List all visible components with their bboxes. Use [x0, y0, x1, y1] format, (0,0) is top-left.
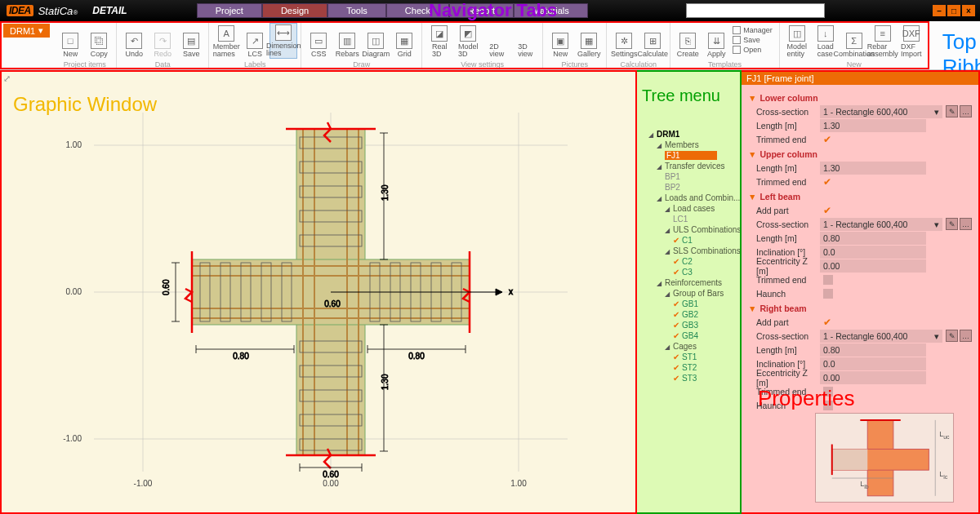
- ribbon-btn-dimension-lines[interactable]: ⟷Dimensionlines: [270, 23, 297, 59]
- tree-reinf[interactable]: ◢Reinforcements: [657, 277, 738, 288]
- expand-icon[interactable]: ⤢: [3, 73, 11, 84]
- prop-edit-btn[interactable]: …: [960, 330, 972, 342]
- ribbon-group-templates: ⎘Create⇊ApplyManagerSaveOpenTemplates: [670, 21, 780, 69]
- ribbon-btn-member-names[interactable]: AMembernames: [212, 23, 240, 59]
- tree-item-FJ1[interactable]: FJ1: [665, 150, 738, 161]
- prop-check[interactable]: ✔: [823, 176, 831, 188]
- tree-cages[interactable]: ◢Cages: [665, 341, 738, 352]
- prop-edit-btn[interactable]: …: [960, 105, 972, 117]
- prop-checkbox[interactable]: [823, 275, 833, 285]
- ribbon-link-save[interactable]: Save: [733, 36, 773, 44]
- nav-tab-design[interactable]: Design: [262, 3, 327, 18]
- ribbon-btn-calculate[interactable]: ⊞Calculate: [639, 23, 666, 59]
- ribbon-btn-real-3d[interactable]: ◪Real3D: [425, 23, 453, 59]
- ribbon-btn-model-entity[interactable]: ◫Modelentity: [783, 23, 811, 59]
- tree-item-GB4[interactable]: ✔GB4: [673, 330, 738, 341]
- prop-edit-btn[interactable]: …: [960, 218, 972, 230]
- ribbon-btn-css[interactable]: ▭CSS: [305, 23, 332, 59]
- tree-item-GB3[interactable]: ✔GB3: [673, 320, 738, 330]
- ribbon-btn-model-3d[interactable]: ◩Model3D: [454, 23, 482, 59]
- prop-value[interactable]: 0.00: [820, 371, 926, 384]
- prop-combo[interactable]: 1 - Rectangle 600,400▾: [820, 105, 942, 118]
- ribbon-btn-dxf-import[interactable]: DXFDXFImport: [898, 23, 925, 59]
- minimize-button[interactable]: –: [933, 5, 946, 16]
- ribbon-btn-combination[interactable]: ΣCombination: [840, 23, 868, 59]
- ribbon-btn-undo[interactable]: ↶Undo: [120, 23, 148, 59]
- prop-combo[interactable]: 1 - Rectangle 600,400▾: [820, 330, 942, 343]
- drawing-canvas[interactable]: 1.00 0.00 -1.00 -1.00 0.00 1.00: [42, 96, 619, 488]
- ribbon-group-pictures: ▣New▦GalleryPictures: [543, 21, 607, 69]
- tree-item-ST1[interactable]: ✔ST1: [673, 352, 738, 362]
- ribbon-link-manager[interactable]: Manager: [733, 26, 773, 34]
- tree-uls[interactable]: ◢ULS Combinations: [665, 224, 738, 235]
- ribbon-btn-redo[interactable]: ↷Redo: [149, 23, 176, 59]
- prop-checkbox[interactable]: [823, 289, 833, 299]
- prop-section-lower-column[interactable]: ▼Lower column: [748, 93, 972, 103]
- prop-value[interactable]: 0.0: [820, 246, 926, 259]
- graphic-window[interactable]: ⤢ Graphic Window 1.00 0.00 -1.00 -1.00 0…: [0, 70, 637, 514]
- product-name: DETAIL: [92, 5, 127, 16]
- ribbon-btn-new[interactable]: ▣New: [546, 23, 574, 59]
- ribbon-btn-create[interactable]: ⎘Create: [674, 23, 702, 59]
- prop-check[interactable]: ✔: [823, 134, 831, 145]
- ribbon-btn-settings[interactable]: ✲Settings: [610, 23, 638, 59]
- nav-tab-project[interactable]: Project: [197, 3, 262, 18]
- close-button[interactable]: ×: [962, 5, 975, 16]
- tree-item-BP1[interactable]: BP1: [665, 171, 738, 182]
- nav-tab-tools[interactable]: Tools: [327, 3, 386, 18]
- tree-item-C3[interactable]: ✔C3: [673, 267, 738, 277]
- navigator-tree[interactable]: ◢DRM1◢MembersFJ1◢Transfer devicesBP1BP2◢…: [640, 129, 738, 383]
- prop-edit-btn[interactable]: ✎: [946, 330, 958, 342]
- tree-item-ST2[interactable]: ✔ST2: [673, 362, 738, 373]
- ribbon-link-open[interactable]: Open: [733, 46, 773, 54]
- titlebar-search[interactable]: [686, 3, 825, 18]
- prop-row-trimmed-end: Trimmed end: [748, 273, 972, 286]
- ribbon-btn-rebar-assembly[interactable]: ≡Rebarassembly: [869, 23, 897, 59]
- tree-item-GB2[interactable]: ✔GB2: [673, 309, 738, 320]
- tree-transfer[interactable]: ◢Transfer devices: [657, 161, 738, 171]
- tree-root[interactable]: ◢DRM1: [648, 129, 738, 140]
- ribbon-btn-2d-view[interactable]: 2Dview: [483, 23, 510, 59]
- prop-check[interactable]: ✔: [823, 317, 831, 328]
- prop-edit-btn[interactable]: ✎: [946, 105, 958, 117]
- project-item-selector[interactable]: DRM1 ▾: [3, 24, 50, 38]
- ribbon-btn-gallery[interactable]: ▦Gallery: [575, 23, 603, 59]
- ribbon-btn-3d-view[interactable]: 3Dview: [511, 23, 539, 59]
- tree-members[interactable]: ◢Members: [657, 140, 738, 150]
- tree-item-BP2[interactable]: BP2: [665, 182, 738, 193]
- tree-item-GB1[interactable]: ✔GB1: [673, 299, 738, 309]
- maximize-button[interactable]: □: [947, 5, 960, 16]
- prop-section-right-beam[interactable]: ▼Right beam: [748, 304, 972, 313]
- tree-loadcases[interactable]: ◢Load cases: [665, 203, 738, 214]
- prop-value[interactable]: 0.00: [820, 259, 926, 273]
- ribbon-btn-copy[interactable]: ⿻Copy: [85, 23, 113, 59]
- search-input[interactable]: [686, 3, 825, 18]
- ribbon-btn-apply[interactable]: ⇊Apply: [702, 23, 730, 59]
- prop-value[interactable]: 1.30: [820, 119, 926, 132]
- ribbon-btn-grid[interactable]: ▦Grid: [390, 23, 418, 59]
- prop-value[interactable]: 0.80: [820, 343, 926, 357]
- svg-text:0.00: 0.00: [66, 287, 82, 296]
- ribbon-btn-diagram[interactable]: ◫Diagram: [362, 23, 390, 59]
- prop-combo[interactable]: 1 - Rectangle 600,400▾: [820, 218, 942, 231]
- prop-check[interactable]: ✔: [823, 205, 831, 216]
- prop-edit-btn[interactable]: ✎: [946, 218, 958, 230]
- prop-value[interactable]: 0.80: [820, 232, 926, 245]
- tree-item-LC1[interactable]: LC1: [673, 214, 738, 224]
- ribbon-btn-new[interactable]: □New: [56, 23, 84, 59]
- tree-item-C2[interactable]: ✔C2: [673, 256, 738, 267]
- ribbon-btn-save[interactable]: ▤Save: [177, 23, 205, 59]
- prop-row-eccentricity-z-m-: Eccentricity Z [m]0.00: [748, 259, 972, 273]
- tree-loads[interactable]: ◢Loads and Combin...: [657, 193, 738, 203]
- prop-section-left-beam[interactable]: ▼Left beam: [748, 192, 972, 202]
- tree-bars[interactable]: ◢Group of Bars: [665, 288, 738, 299]
- tree-sls[interactable]: ◢SLS Combinations: [665, 246, 738, 256]
- prop-value[interactable]: 0.0: [820, 357, 926, 370]
- prop-value[interactable]: 1.30: [820, 162, 926, 175]
- tree-item-ST3[interactable]: ✔ST3: [673, 373, 738, 383]
- ribbon-group-new: ◫Modelentity↓LoadcaseΣCombination≡Rebara…: [780, 21, 929, 69]
- ribbon-btn-lcs[interactable]: ↗LCS: [241, 23, 269, 59]
- prop-section-upper-column[interactable]: ▼Upper column: [748, 149, 972, 159]
- tree-item-C1[interactable]: ✔C1: [673, 235, 738, 246]
- ribbon-btn-rebars[interactable]: ▥Rebars: [333, 23, 361, 59]
